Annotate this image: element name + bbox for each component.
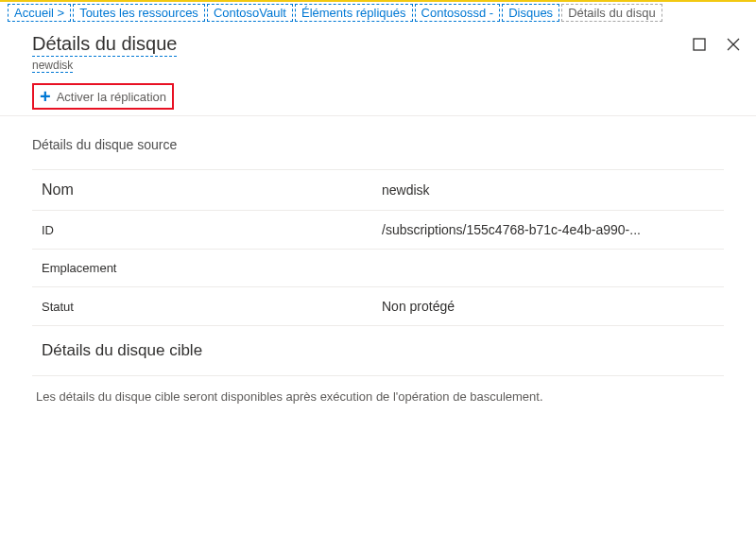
row-id: ID /subscriptions/155c4768-b71c-4e4b-a99… xyxy=(32,210,724,249)
breadcrumb-current: Détails du disqu xyxy=(561,4,662,22)
breadcrumb: Accueil > Toutes les ressources ContosoV… xyxy=(0,2,756,22)
status-value: Non protégé xyxy=(382,299,724,314)
command-bar: + Activer la réplication xyxy=(0,78,756,116)
enable-replication-button[interactable]: + Activer la réplication xyxy=(32,83,174,110)
breadcrumb-vm[interactable]: Contosossd - xyxy=(415,4,501,22)
breadcrumb-vault[interactable]: ContosoVault xyxy=(207,4,293,22)
enable-replication-label: Activer la réplication xyxy=(57,90,166,104)
blade-header: Détails du disque newdisk xyxy=(0,22,756,78)
row-location: Emplacement xyxy=(32,249,724,286)
breadcrumb-all-resources[interactable]: Toutes les ressources xyxy=(73,4,205,22)
close-icon[interactable] xyxy=(726,37,741,52)
name-label: Nom xyxy=(42,181,382,198)
location-label: Emplacement xyxy=(42,261,382,275)
target-section-heading: Détails du disque cible xyxy=(32,325,724,375)
row-name: Nom newdisk xyxy=(32,169,724,210)
breadcrumb-home[interactable]: Accueil > xyxy=(8,4,71,22)
id-label: ID xyxy=(42,223,382,237)
status-label: Statut xyxy=(42,300,382,314)
svg-rect-0 xyxy=(694,39,705,50)
row-status: Statut Non protégé xyxy=(32,286,724,325)
page-title: Détails du disque xyxy=(32,33,177,57)
restore-icon[interactable] xyxy=(692,37,707,52)
source-section-label: Détails du disque source xyxy=(32,137,724,152)
target-message: Les détails du disque cible seront dispo… xyxy=(32,375,724,417)
plus-icon: + xyxy=(40,87,51,106)
page-subtitle: newdisk xyxy=(32,59,73,73)
breadcrumb-disks[interactable]: Disques xyxy=(502,4,559,22)
breadcrumb-replicated-items[interactable]: Éléments répliqués xyxy=(295,4,413,22)
name-value: newdisk xyxy=(382,182,724,198)
id-value: /subscriptions/155c4768-b71c-4e4b-a990-.… xyxy=(382,222,724,237)
content-area: Détails du disque source Nom newdisk ID … xyxy=(0,116,756,417)
